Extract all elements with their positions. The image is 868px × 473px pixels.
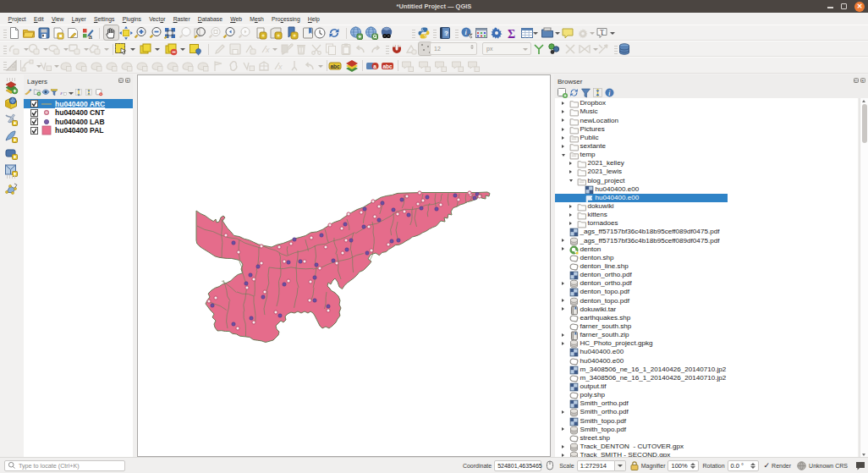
svg-text:a: a (88, 33, 92, 41)
svg-text:x: x (265, 46, 270, 54)
svg-text:ε: ε (60, 90, 63, 96)
svg-text:T: T (600, 28, 605, 36)
svg-text:a: a (373, 63, 376, 69)
svg-text:x: x (277, 63, 283, 71)
svg-text:?: ? (444, 30, 448, 37)
svg-text:Σ: Σ (508, 28, 515, 41)
svg-text:abc: abc (330, 63, 340, 69)
svg-text:abc: abc (383, 63, 393, 69)
